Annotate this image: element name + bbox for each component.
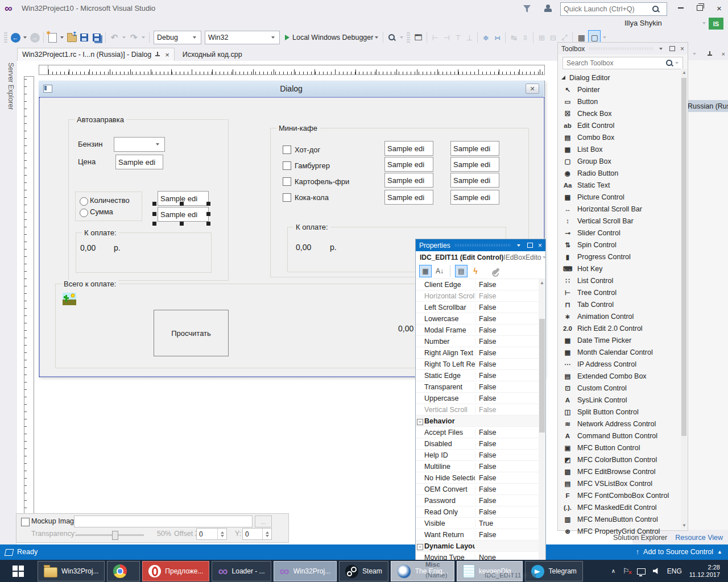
toolbox-item-hot-key[interactable]: ⌨ Hot Key [558,263,688,275]
cafe-edit-qty-4[interactable]: Sample edi [384,190,433,205]
pin-icon[interactable] [155,52,160,57]
events-button[interactable]: ϟ [470,265,481,277]
menu-item-test[interactable] [96,17,106,30]
toolbox-item-mfc-editbrowse-control[interactable]: ▨ MFC EditBrowse Control [558,465,688,477]
toolbar-grip-2[interactable] [407,32,410,43]
toolbox-item-syslink-control[interactable]: A SysLink Control [558,394,688,406]
close-button[interactable]: × [710,0,728,16]
price-edit[interactable]: Sample edi [115,155,163,169]
clock[interactable]: 2:28 11.12.2017 [689,564,720,579]
transparency-slider[interactable] [76,534,144,536]
toolbox-item-mfc-fontcombobox-control[interactable]: F MFC FontComboBox Control [558,489,688,501]
center-vertical-button[interactable]: ∺ [491,34,503,42]
property-row-help-id[interactable]: Help ID False [416,450,545,461]
toolbox-item-rich-edit-2-0-control[interactable]: 2.0 Rich Edit 2.0 Control [558,322,688,334]
property-row-transparent[interactable]: Transparent False [416,381,545,393]
toolbox-scrollbar[interactable]: ▲ ▼ [681,69,687,529]
find-in-files-button[interactable] [386,31,398,44]
toolbox-item-edit-control[interactable]: ab Edit Control [558,119,688,131]
taskbar-button-предложе[interactable]: Предложе... [142,561,209,581]
dialog-close-button[interactable]: ✕ [526,84,539,94]
center-horizontal-button[interactable]: ≑ [480,34,491,42]
toolbar-grip[interactable] [4,32,7,43]
menu-item-view[interactable] [24,17,34,30]
toolbox-item-network-address-control[interactable]: ≋ Network Address Control [558,418,688,430]
fuel-edit-1[interactable]: Sample edi [158,191,209,206]
notifications-funnel-icon[interactable] [523,5,531,13]
tab-source-cpp[interactable]: Исходный код.cpp [178,48,247,61]
menu-item-edit[interactable] [14,17,24,30]
language-indicator[interactable]: ENG [667,567,682,575]
menu-item-format[interactable] [75,17,85,30]
user-name[interactable]: Illya Shykin [624,19,662,27]
tray-expand-icon[interactable]: ∧ [611,568,615,574]
cafe-item-гамбургер[interactable]: Гамбургер [283,157,349,173]
property-row-password[interactable]: Password False [416,495,545,506]
toolbox-item-combo-box[interactable]: ▤ Combo Box [558,131,688,143]
user-avatar[interactable]: IS [709,18,723,30]
same-height-button[interactable]: ⊟ [547,34,559,42]
menu-item-build[interactable] [44,17,55,30]
new-file-button[interactable] [47,31,58,44]
toolbox-item-slider-control[interactable]: ⊸ Slider Control [558,227,688,239]
checkbox-icon[interactable] [283,193,291,202]
toolbox-item-horizontal-scroll-bar[interactable]: ↔ Horizontal Scroll Bar [558,203,688,215]
property-row-want-return[interactable]: Want Return False [416,529,545,541]
benzin-combobox[interactable] [114,137,165,152]
property-row-uppercase[interactable]: Uppercase False [416,393,545,404]
toolbox-item-vertical-scroll-bar[interactable]: ↕ Vertical Scroll Bar [558,215,688,227]
toolbox-menu-icon[interactable] [659,48,663,50]
property-row-accept-files[interactable]: Accept Files False [416,427,545,438]
property-row-static-edge[interactable]: Static Edge False [416,370,545,381]
align-tops-button[interactable]: ⊤ [452,34,464,42]
menu-item-debug[interactable] [55,17,65,30]
toolbox-item-month-calendar-control[interactable]: ▦ Month Calendar Control [558,346,688,358]
properties-scrollbar[interactable]: ▲ [539,279,545,582]
configuration-combo[interactable]: Debug [154,31,201,44]
same-size-button[interactable]: ⤢ [559,33,570,42]
new-file-caret-icon[interactable] [60,36,64,39]
quick-launch[interactable] [560,2,667,16]
offset-y-spinner[interactable]: 0 [242,528,272,540]
toolbox-item-command-button-control[interactable]: A Command Button Control [558,430,688,442]
panel-caret-icon[interactable] [693,53,696,55]
toolbox-item-mfc-propertygrid-control[interactable]: ⊛ MFC PropertyGrid Control [558,525,688,537]
toolbox-item-radio-button[interactable]: ◉ Radio Button [558,167,688,179]
toolbox-item-extended-combo-box[interactable]: ▤ Extended Combo Box [558,370,688,382]
property-row-right-align-text[interactable]: Right Align Text False [416,347,545,359]
fuel-edit-2-selected[interactable]: Sample edi [158,207,209,222]
property-row-dynamic-layout[interactable]: Dynamic Layout [416,541,545,552]
property-row-oem-convert[interactable]: OEM Convert False [416,484,545,495]
start-button[interactable] [0,560,35,582]
open-file-button[interactable] [66,31,77,44]
toolbox-item-date-time-picker[interactable]: ▦ Date Time Picker [558,334,688,346]
server-explorer-tab[interactable]: Server Explorer [2,49,15,124]
cafe-edit-qty-1[interactable]: Sample edi [384,141,433,156]
quick-launch-input[interactable] [561,5,652,13]
space-down-button[interactable]: ⇳ [519,34,531,42]
cafe-item-хот-дог[interactable]: Хот-дог [283,142,349,157]
toolbox-header[interactable]: Toolbox × [558,43,688,55]
object-type-caret[interactable] [543,256,546,259]
property-row-visible[interactable]: Visible True [416,518,545,529]
property-row-behavior[interactable]: Behavior [416,415,545,427]
panel-close-icon[interactable]: × [722,51,725,57]
cafe-edit-qty-3[interactable]: Sample edi [384,173,433,188]
align-rights-button[interactable]: ⊣ [441,34,452,42]
toolbox-search-input[interactable] [565,59,665,68]
taskbar-button-steam[interactable]: Steam [339,561,388,581]
checkbox-icon[interactable] [283,161,291,170]
redo-caret-icon[interactable] [142,36,145,39]
toolbox-item-tab-control[interactable]: ⊓ Tab Control [558,298,688,310]
toolbox-item-spin-control[interactable]: ⇅ Spin Control [558,239,688,251]
toolbox-item-ip-address-control[interactable]: ⋯ IP Address Control [558,358,688,370]
taskbar-button-the-enig[interactable]: The Enig... [391,561,454,581]
mockup-browse-button[interactable]: ... [255,516,272,527]
volume-icon[interactable] [653,568,660,574]
network-icon[interactable] [637,568,646,575]
menu-item-analyze[interactable] [106,17,116,30]
property-row-lowercase[interactable]: Lowercase False [416,313,545,325]
cafe-edit-price-1[interactable]: Sample edi [450,141,499,156]
mockup-path-field[interactable] [74,516,253,527]
panel-pin-icon[interactable] [707,51,713,57]
